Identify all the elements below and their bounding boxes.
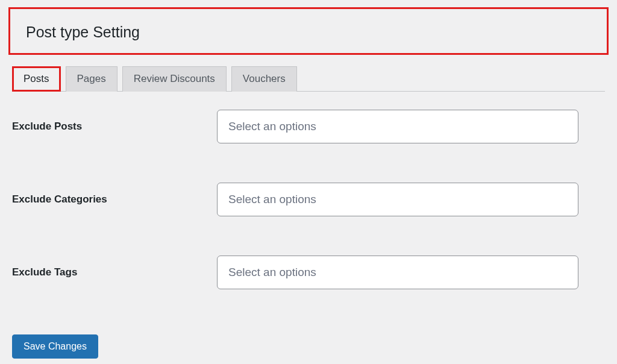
label-exclude-tags: Exclude Tags (12, 266, 217, 278)
label-exclude-categories: Exclude Categories (12, 193, 217, 206)
tab-review-discounts[interactable]: Review Discounts (122, 66, 227, 92)
tab-label: Posts (23, 73, 49, 84)
select-exclude-categories[interactable]: Select an options (217, 183, 578, 216)
label-exclude-posts: Exclude Posts (12, 121, 217, 133)
tab-posts[interactable]: Posts (12, 66, 61, 92)
select-exclude-tags[interactable]: Select an options (217, 256, 578, 289)
select-exclude-posts[interactable]: Select an options (217, 110, 578, 143)
tab-pages[interactable]: Pages (66, 66, 117, 92)
form-section: Exclude Posts Select an options Exclude … (0, 92, 617, 340)
page-title: Post type Setting (14, 13, 152, 49)
tabs-container: Posts Pages Review Discounts Vouchers (12, 66, 605, 92)
save-button[interactable]: Save Changes (12, 334, 98, 359)
form-row-exclude-posts: Exclude Posts Select an options (12, 110, 605, 143)
tab-label: Pages (77, 73, 106, 84)
tab-label: Review Discounts (134, 73, 215, 84)
form-row-exclude-tags: Exclude Tags Select an options (12, 256, 605, 289)
form-row-exclude-categories: Exclude Categories Select an options (12, 183, 605, 216)
tab-label: Vouchers (243, 73, 286, 84)
tab-vouchers[interactable]: Vouchers (231, 66, 297, 92)
page-title-highlight: Post type Setting (8, 7, 609, 55)
